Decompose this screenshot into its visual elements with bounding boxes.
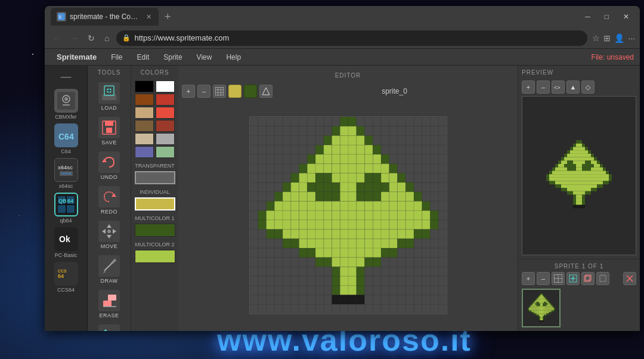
redo-label: REDO [101, 209, 117, 215]
file-unsaved: unsaved [607, 53, 634, 61]
color-swatch-brown[interactable] [135, 94, 154, 106]
draw-label: DRAW [100, 278, 117, 284]
collection-icon[interactable]: ⊞ [603, 33, 611, 43]
sidebar-item-qb64[interactable]: QB 64 qb64 [54, 193, 78, 224]
sprite-editor-canvas[interactable] [249, 116, 447, 314]
sidebar-item-pcbasic[interactable]: Ok PC-Basic [54, 227, 78, 258]
sprite-list-title: SPRITE 1 OF 1 [522, 263, 636, 270]
multicolor1-color[interactable] [135, 224, 175, 237]
settings-icon[interactable]: ··· [628, 33, 635, 43]
star-icon[interactable]: ☆ [592, 33, 600, 43]
color-swatch-beige[interactable] [135, 133, 154, 145]
preview-section: PREVIEW + – <> ▲ ◇ [518, 66, 640, 259]
url-bar[interactable]: 🔒 https://www.spritemate.com [116, 30, 587, 46]
fill-icon [98, 324, 120, 331]
menu-file[interactable]: File [105, 51, 128, 63]
tool-save[interactable]: SAVE [97, 115, 122, 147]
qb64-label: qb64 [60, 218, 72, 224]
editor-color2[interactable] [244, 85, 257, 98]
tool-redo[interactable]: REDO [97, 184, 122, 216]
color-swatch-green[interactable] [156, 146, 175, 158]
home-button[interactable]: ⌂ [102, 32, 112, 44]
account-icon[interactable]: 👤 [614, 33, 624, 43]
forward-button[interactable]: → [67, 32, 80, 44]
color-swatch-tan[interactable] [135, 107, 154, 119]
draw-icon [98, 255, 120, 277]
tool-undo[interactable]: UNDO [97, 150, 122, 182]
color-swatch-blue[interactable] [135, 146, 154, 158]
individual-color[interactable] [135, 197, 175, 211]
lock-icon: 🔒 [122, 34, 131, 42]
svg-rect-33 [106, 128, 112, 133]
c64-icon: C64 [54, 123, 78, 147]
window-controls: ─ □ ✕ [580, 11, 634, 22]
tool-erase[interactable]: ERASE [97, 288, 122, 320]
editor-zoom-out[interactable]: – [197, 85, 210, 98]
color-swatch-red-dark[interactable] [156, 94, 175, 106]
color-swatches-grid [135, 81, 175, 158]
preview-zoom-in[interactable]: + [522, 81, 535, 94]
move-label: MOVE [101, 243, 118, 249]
editor-grid[interactable] [213, 85, 226, 98]
tool-draw[interactable]: DRAW [97, 253, 122, 286]
preview-diamond[interactable]: ◇ [581, 81, 595, 94]
app-sidebar: — CBMXfer C64 [45, 66, 88, 331]
brand-name: Spritemate [51, 51, 103, 63]
sprite-list-item-0[interactable] [522, 289, 561, 327]
move-icon [98, 221, 120, 242]
color-swatch-gray[interactable] [156, 133, 175, 145]
preview-tag[interactable]: <> [552, 81, 565, 94]
sprite-list-grid[interactable] [552, 272, 565, 285]
color-swatch-black[interactable] [135, 81, 154, 92]
sprite-list-new[interactable] [566, 272, 580, 285]
svg-text:Ok: Ok [59, 234, 70, 244]
color-swatch-red[interactable] [156, 107, 175, 119]
sprite-list-paste[interactable] [596, 272, 609, 285]
sidebar-item-ccs64[interactable]: CCS 64 CCS64 [54, 262, 78, 293]
svg-rect-15 [58, 205, 66, 213]
color-swatch-brown2[interactable] [135, 120, 154, 132]
url-text: https://www.spritemate.com [134, 33, 581, 42]
pcbasic-label: PC-Basic [55, 252, 78, 258]
color-swatch-white[interactable] [156, 81, 175, 92]
sprite-list-delete[interactable] [623, 272, 636, 285]
sidebar-item-cbmxfer[interactable]: CBMXfer [54, 89, 78, 120]
editor-overlay[interactable] [259, 85, 273, 98]
file-status: File: unsaved [592, 53, 634, 61]
minimize-button[interactable]: ─ [580, 11, 595, 22]
refresh-button[interactable]: ↻ [85, 32, 97, 44]
menu-sprite[interactable]: Sprite [157, 51, 188, 63]
new-tab-button[interactable]: + [161, 11, 175, 23]
preview-zoom-out[interactable]: – [537, 81, 550, 94]
transparent-color[interactable] [135, 171, 175, 184]
title-bar: S spritemate - the Commodore 6 ✕ + ─ □ ✕ [45, 6, 640, 27]
svg-text:C64: C64 [58, 132, 74, 141]
editor-zoom-in[interactable]: + [182, 85, 195, 98]
tool-move[interactable]: MOVE [97, 219, 122, 251]
menu-edit[interactable]: Edit [131, 51, 156, 63]
svg-text:CCS: CCS [58, 269, 67, 273]
maximize-button[interactable]: □ [600, 11, 614, 22]
multicolor2-color[interactable] [135, 250, 175, 263]
svg-rect-11 [61, 172, 72, 175]
back-button[interactable]: ← [49, 32, 63, 44]
tool-fill[interactable]: FILL [97, 323, 122, 331]
close-button[interactable]: ✕ [618, 11, 634, 22]
address-bar: ← → ↻ ⌂ 🔒 https://www.spritemate.com ☆ ⊞… [45, 27, 640, 49]
svg-rect-32 [105, 121, 113, 126]
menu-view[interactable]: View [191, 51, 218, 63]
sprite-list-remove[interactable]: – [537, 272, 550, 285]
browser-tab[interactable]: S spritemate - the Commodore 6 ✕ [51, 8, 159, 26]
editor-color1[interactable] [228, 85, 242, 98]
menu-help[interactable]: Help [220, 51, 247, 63]
preview-up[interactable]: ▲ [566, 81, 580, 94]
tool-load[interactable]: LOAD [97, 81, 122, 113]
undo-label: UNDO [101, 174, 118, 180]
sprite-list-copy[interactable] [581, 272, 595, 285]
tab-close-button[interactable]: ✕ [145, 13, 153, 21]
sidebar-item-c64[interactable]: C64 C64 [54, 123, 78, 154]
sprite-list-section: SPRITE 1 OF 1 + – [518, 259, 640, 331]
sidebar-item-x64sc[interactable]: x64sc x64sc [54, 158, 78, 189]
sprite-list-add[interactable]: + [522, 272, 535, 285]
color-swatch-darkred[interactable] [156, 120, 175, 132]
